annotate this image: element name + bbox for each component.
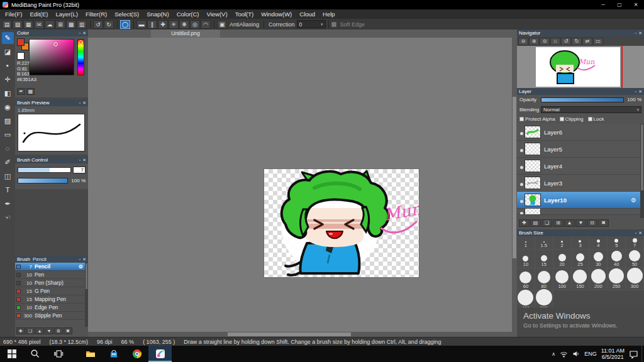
- brush-size-option[interactable]: 30: [589, 250, 608, 268]
- menu-file[interactable]: File(F): [1, 9, 26, 19]
- move-layer-down-icon[interactable]: ▼: [575, 219, 586, 227]
- palette-icon[interactable]: ▦: [26, 88, 35, 95]
- layer-list-scrollbar[interactable]: [640, 124, 644, 218]
- delete-brush-icon[interactable]: ✖: [64, 327, 72, 334]
- bucket-tool[interactable]: ◉: [2, 101, 14, 113]
- move-brush-down-icon[interactable]: ▼: [45, 327, 53, 334]
- brush-control-header[interactable]: Brush Control ▫ ✕: [15, 156, 88, 163]
- material-panel-icon[interactable]: ▥: [77, 20, 87, 29]
- snap-parallel-icon[interactable]: ∥: [147, 20, 157, 29]
- panel-close-icon[interactable]: ✕: [82, 158, 86, 163]
- hand-tool[interactable]: ☜: [2, 212, 14, 224]
- brush-size-option[interactable]: 500: [535, 290, 553, 307]
- move-layer-up-icon[interactable]: ▲: [564, 219, 575, 227]
- eraser-tool[interactable]: ◪: [2, 46, 14, 58]
- tray-expand-icon[interactable]: ∧: [552, 351, 555, 357]
- new-canvas-icon[interactable]: ▤: [2, 20, 12, 29]
- menu-cloud[interactable]: Cloud: [296, 9, 319, 19]
- duplicate-brush-icon[interactable]: ❏: [26, 327, 35, 334]
- layer-row-layer10-selected[interactable]: Layer10 ⚙: [517, 192, 640, 209]
- panel-close-icon[interactable]: ✕: [638, 231, 642, 236]
- delete-layer-icon[interactable]: ✖: [598, 219, 609, 227]
- layer-settings-gear-icon[interactable]: ⚙: [631, 197, 636, 204]
- duplicate-layer-icon[interactable]: ❏: [541, 219, 552, 227]
- brush-item-edge-pen[interactable]: 10 Edge Pen: [15, 304, 85, 312]
- brush-item-pencil[interactable]: 7 Pencil ⚙: [15, 263, 85, 271]
- eyedropper-icon[interactable]: ✒: [17, 88, 25, 95]
- menu-snap[interactable]: Snap(N): [143, 9, 172, 19]
- open-file-icon[interactable]: ▧: [13, 20, 23, 29]
- navigator-header[interactable]: Navigator ▫ ✕: [517, 30, 644, 36]
- export-icon[interactable]: ✉: [34, 20, 44, 29]
- rotate-left-icon[interactable]: ↺: [561, 38, 571, 45]
- layer-row-partial[interactable]: [517, 209, 640, 215]
- brush-size-option[interactable]: 100: [553, 268, 572, 290]
- menu-layer[interactable]: Layer(L): [52, 9, 82, 19]
- microsoft-store-button[interactable]: [102, 346, 125, 362]
- layer-row-layer6[interactable]: Layer6: [517, 124, 640, 141]
- brush-size-option[interactable]: 400: [517, 290, 535, 307]
- canvas-vertical-scrollbar[interactable]: [512, 38, 517, 332]
- brush-size-option[interactable]: 1.5: [535, 236, 553, 250]
- foreground-color-swatch[interactable]: [17, 38, 25, 46]
- select-eraser-tool[interactable]: ◫: [2, 170, 14, 182]
- notification-center-icon[interactable]: [629, 349, 638, 359]
- add-folder-icon[interactable]: ▤: [530, 219, 541, 227]
- navigator-thumbnail[interactable]: Mun: [517, 46, 644, 88]
- layer-visible-icon[interactable]: [518, 126, 525, 138]
- layer-row-layer4[interactable]: Layer4: [517, 158, 640, 175]
- panel-options-icon[interactable]: ▫: [635, 231, 636, 235]
- brush-size-option[interactable]: 5: [608, 236, 626, 250]
- panel-close-icon[interactable]: ✕: [638, 31, 642, 36]
- brush-settings-gear-icon[interactable]: ⚙: [79, 264, 83, 270]
- medibang-paint-button[interactable]: [148, 346, 172, 362]
- clock[interactable]: 11:01 AM 6/5/2021: [601, 348, 625, 360]
- brush-item-stipple-pen[interactable]: 300 Stipple Pen: [15, 312, 85, 320]
- search-button[interactable]: [23, 346, 47, 362]
- hue-ring[interactable]: [79, 40, 83, 45]
- language-indicator[interactable]: ENG: [584, 351, 597, 357]
- add-brush-icon[interactable]: ✚: [16, 327, 25, 334]
- brush-mode-icon[interactable]: ◯: [120, 20, 130, 29]
- correction-dropdown[interactable]: 0 ▾: [297, 20, 326, 28]
- layer-panel-header[interactable]: Layer ▫ ✕: [517, 88, 644, 95]
- panel-options-icon[interactable]: ▫: [79, 101, 80, 105]
- layer-visible-icon[interactable]: [518, 177, 525, 189]
- canvas-horizontal-scrollbar[interactable]: [88, 332, 512, 337]
- pixel-grid-icon[interactable]: ▩: [66, 20, 76, 29]
- transparent-color-swatch[interactable]: [17, 52, 25, 60]
- layer-visible-icon[interactable]: [518, 143, 525, 155]
- eyedropper-tool[interactable]: ✒: [2, 198, 14, 210]
- select-pen-tool[interactable]: ✐: [2, 156, 14, 168]
- brush-size-option[interactable]: 300: [626, 268, 644, 290]
- brush-size-option[interactable]: 7: [626, 236, 644, 250]
- menu-filter[interactable]: Filter(R): [82, 9, 111, 19]
- brush-item-pen-sharp[interactable]: 10 Pen (Sharp): [15, 279, 85, 287]
- menu-tool[interactable]: Tool(T): [231, 9, 258, 19]
- panel-options-icon[interactable]: ▫: [79, 257, 80, 261]
- canvas-image[interactable]: Mun: [264, 169, 419, 277]
- minimize-button[interactable]: ─: [595, 0, 611, 9]
- zoom-reset-icon[interactable]: ⊙: [540, 38, 550, 45]
- fill-tool[interactable]: ◧: [2, 87, 14, 99]
- brush-item-pen[interactable]: 10 Pen: [15, 271, 85, 279]
- rotate-right-icon[interactable]: ↻: [572, 38, 582, 45]
- select-tool[interactable]: ▭: [2, 129, 14, 141]
- brush-size-option[interactable]: 250: [608, 268, 626, 290]
- brush-size-option[interactable]: 15: [535, 250, 553, 268]
- brush-size-option[interactable]: 50: [626, 250, 644, 268]
- hue-bar[interactable]: [77, 39, 84, 75]
- move-tool[interactable]: ✛: [2, 74, 14, 85]
- menu-help[interactable]: Help: [319, 9, 339, 19]
- layer-row-layer5[interactable]: Layer5: [517, 141, 640, 158]
- brush-opacity-slider[interactable]: [18, 178, 68, 184]
- brush-size-option[interactable]: 40: [608, 250, 626, 268]
- color-picker-ring[interactable]: [53, 42, 58, 47]
- cloud-save-icon[interactable]: ☁: [45, 20, 55, 29]
- snap-circle-icon[interactable]: ◎: [190, 20, 200, 29]
- panel-options-icon[interactable]: ▫: [635, 31, 636, 35]
- brush-size-option[interactable]: 60: [517, 268, 535, 290]
- layer-visible-icon[interactable]: [518, 194, 525, 206]
- move-brush-up-icon[interactable]: ▲: [35, 327, 44, 334]
- chrome-button[interactable]: [125, 346, 148, 362]
